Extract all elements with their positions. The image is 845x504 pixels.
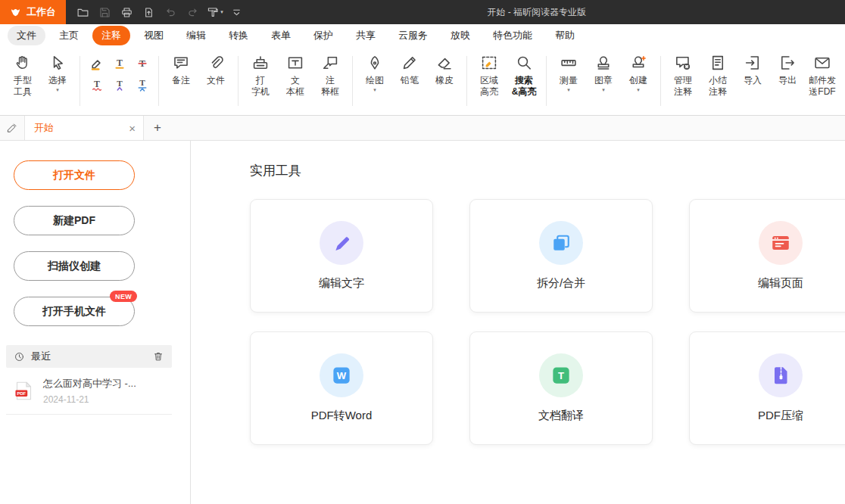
ribbon-item-summarize-comments[interactable]: 小结 注释 — [700, 48, 735, 99]
menu-tab-form[interactable]: 表单 — [262, 26, 300, 45]
export-arrow-icon — [778, 52, 797, 73]
tool-card-doc-translate[interactable]: T文档翻译 — [469, 331, 653, 445]
dropdown-caret-icon: ▾ — [637, 87, 640, 93]
ribbon-item-label: 导出 — [778, 75, 797, 86]
ribbon-item-label: 文件 — [207, 75, 225, 86]
menu-tab-features[interactable]: 特色功能 — [484, 26, 541, 45]
menu-tab-home[interactable]: 主页 — [50, 26, 88, 45]
recent-file-item[interactable]: PDF 怎么面对高中学习 -... 2024-11-21 — [6, 368, 172, 415]
ribbon-item-create-stamp[interactable]: 创建▾ — [621, 48, 656, 95]
document-tab-start[interactable]: 开始 × — [24, 116, 144, 140]
svg-text:T: T — [117, 78, 123, 87]
print-icon[interactable] — [116, 0, 138, 24]
tool-card-edit-page[interactable]: 编辑页面 — [689, 199, 845, 313]
ribbon-item-comments-panel[interactable]: 注释▾ — [840, 48, 845, 95]
ribbon-item-manage-comments[interactable]: 管理 注释 — [666, 48, 700, 99]
ribbon-item-stamp[interactable]: 图章▾ — [586, 48, 621, 95]
clear-recent-trash-icon[interactable] — [152, 350, 164, 362]
ribbon-item-callout[interactable]: 注 释框 — [313, 48, 348, 99]
redo-icon[interactable] — [182, 0, 204, 24]
ribbon-item-email-fdf[interactable]: 邮件发 送FDF — [805, 48, 840, 99]
ribbon-item-import-comments[interactable]: 导入 — [735, 48, 770, 88]
ribbon-separator — [352, 56, 353, 106]
ribbon-item-label: 小结 注释 — [709, 75, 727, 98]
format-brush-icon[interactable]: ▾ — [204, 0, 226, 24]
callout-icon — [321, 52, 339, 73]
ribbon-item-label: 打 字机 — [251, 75, 270, 98]
menu-tab-cloud[interactable]: 云服务 — [389, 26, 437, 45]
open-file-icon[interactable] — [72, 0, 94, 24]
document-tabbar: 开始 × + — [0, 116, 845, 141]
save-icon[interactable] — [94, 0, 116, 24]
eraser-icon — [435, 52, 454, 73]
undo-icon[interactable] — [160, 0, 182, 24]
annotation-pen-icon[interactable] — [0, 122, 24, 134]
recent-file-date: 2024-11-21 — [43, 394, 136, 405]
ribbon-group-select-tools: 手型 工具选择▾ — [3, 48, 77, 114]
menu-tab-edit[interactable]: 编辑 — [177, 26, 215, 45]
menu-tab-help[interactable]: 帮助 — [546, 26, 584, 45]
svg-text:W: W — [337, 370, 347, 381]
menu-tab-comment[interactable]: 注释 — [92, 26, 130, 45]
sidebar-button-label: 打开手机文件 — [42, 305, 106, 319]
area-highlight-icon — [480, 52, 498, 73]
ribbon-item-draw[interactable]: 绘图▾ — [357, 48, 392, 95]
sticky-note-icon — [172, 52, 190, 73]
customize-toolbar-icon[interactable] — [226, 0, 248, 24]
menu-tab-convert[interactable]: 转换 — [220, 26, 257, 45]
sidebar-button-open-file[interactable]: 打开文件 — [14, 160, 135, 190]
tool-card-label: 拆分/合并 — [537, 276, 585, 291]
dropdown-caret-icon: ▾ — [602, 87, 605, 93]
strikeout-text-button[interactable]: T — [132, 55, 152, 74]
workbench-button[interactable]: 工作台 — [0, 0, 66, 24]
ribbon-item-pencil[interactable]: 铅笔 — [392, 48, 427, 88]
ribbon-item-sticky-note[interactable]: 备注 — [164, 48, 198, 88]
ribbon-item-measure[interactable]: 测量▾ — [551, 48, 586, 95]
workbench-label: 工作台 — [27, 5, 56, 19]
squiggly-text-button[interactable]: T — [86, 76, 107, 95]
ribbon-item-search-highlight[interactable]: 搜索 &高亮 — [507, 48, 541, 99]
ribbon-group-measure-stamp: 测量▾图章▾创建▾ — [549, 48, 658, 114]
svg-text:PDF: PDF — [17, 391, 27, 396]
ribbon-separator — [546, 56, 547, 106]
ribbon-item-export-comments[interactable]: 导出 — [770, 48, 805, 88]
ribbon-item-eraser[interactable]: 橡皮 — [427, 48, 462, 88]
insert-text-button[interactable]: T — [109, 76, 129, 95]
ribbon-item-label: 管理 注释 — [674, 75, 692, 98]
menu-tab-file[interactable]: 文件 — [8, 26, 45, 45]
ribbon-item-area-highlight[interactable]: 区域 高亮 — [472, 48, 507, 99]
replace-text-button[interactable]: T — [132, 76, 152, 95]
sidebar-button-open-mobile-file[interactable]: 打开手机文件NEW — [14, 297, 135, 326]
zip-file-icon — [759, 353, 803, 397]
ribbon-item-select-tool[interactable]: 选择▾ — [40, 48, 75, 95]
ribbon-item-file-attachment[interactable]: 文件 — [198, 48, 233, 88]
highlight-text-button[interactable] — [86, 55, 107, 74]
new-badge: NEW — [110, 291, 137, 302]
pen-nib-icon — [366, 52, 384, 73]
svg-text:T: T — [117, 57, 123, 67]
tool-card-split-merge[interactable]: 拆分/合并 — [469, 199, 653, 313]
menu-tab-present[interactable]: 放映 — [441, 26, 479, 45]
pdf-file-icon: PDF — [14, 381, 34, 401]
underline-text-button[interactable]: T — [109, 55, 129, 74]
ribbon-item-hand-tool[interactable]: 手型 工具 — [5, 48, 40, 99]
document-tab-label: 开始 — [34, 121, 54, 135]
share-icon[interactable] — [138, 0, 160, 24]
new-tab-button[interactable]: + — [144, 120, 171, 135]
menu-tab-protect[interactable]: 保护 — [304, 26, 342, 45]
ribbon-item-typewriter[interactable]: 打 字机 — [243, 48, 278, 99]
menu-tab-share[interactable]: 共享 — [347, 26, 385, 45]
menu-tabs: 文件主页注释视图编辑转换表单保护共享云服务放映特色功能帮助 — [0, 24, 845, 47]
tool-card-pdf-to-word[interactable]: WPDF转Word — [250, 331, 433, 445]
sidebar-button-scanner-create[interactable]: 扫描仪创建 — [14, 251, 135, 281]
dropdown-caret-icon: ▾ — [56, 87, 59, 93]
tool-card-edit-text[interactable]: 编辑文字 — [250, 199, 433, 313]
ribbon-item-textbox[interactable]: 文 本框 — [278, 48, 313, 99]
ribbon-item-label: 备注 — [172, 75, 190, 86]
ribbon-item-label: 测量 — [560, 75, 578, 86]
ribbon-item-label: 手型 工具 — [14, 75, 32, 98]
tool-card-pdf-compress[interactable]: PDF压缩 — [689, 331, 845, 445]
close-tab-icon[interactable]: × — [129, 123, 136, 134]
sidebar-button-new-pdf[interactable]: 新建PDF — [14, 206, 135, 235]
menu-tab-view[interactable]: 视图 — [135, 26, 173, 45]
